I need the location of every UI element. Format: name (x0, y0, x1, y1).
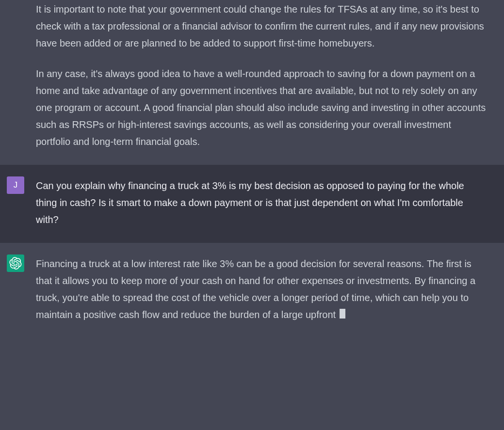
user-text: Can you explain why financing a truck at… (36, 177, 488, 228)
message-content: Financing a truck at a low interest rate… (36, 255, 497, 323)
assistant-message: Financing a truck at a low interest rate… (0, 243, 504, 338)
assistant-paragraph: In any case, it's always good idea to ha… (36, 65, 488, 150)
user-message: J Can you explain why financing a truck … (0, 165, 504, 243)
user-avatar: J (7, 176, 24, 194)
assistant-avatar (7, 255, 24, 272)
assistant-message-continuation: It is important to note that your govern… (0, 0, 504, 165)
assistant-paragraph: It is important to note that your govern… (36, 1, 488, 52)
message-content: It is important to note that your govern… (36, 0, 497, 150)
openai-logo-icon (9, 257, 22, 270)
user-avatar-initial: J (14, 180, 18, 190)
message-content: Can you explain why financing a truck at… (36, 176, 497, 228)
avatar-spacer (7, 0, 24, 150)
typing-cursor-icon (340, 309, 345, 319)
assistant-text-streaming: Financing a truck at a low interest rate… (36, 255, 488, 323)
